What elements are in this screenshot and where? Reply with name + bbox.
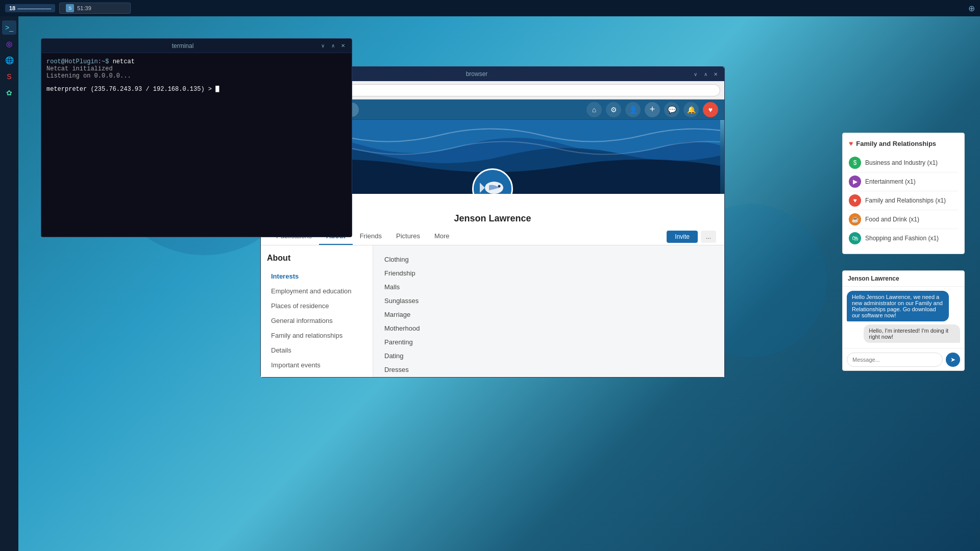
business-icon: $ <box>849 157 861 169</box>
shopping-icon: 🛍 <box>849 232 861 244</box>
fishbook-nav-icons: ⌂ ⚙ 👤 + 💬 🔔 ♥ <box>586 102 718 117</box>
app2-icon: ✿ <box>6 89 12 97</box>
profile-avatar <box>472 168 513 194</box>
more-options-button[interactable]: ... <box>701 231 716 243</box>
globe-icon: 🌐 <box>5 56 14 64</box>
sidebar-item-app1[interactable]: S <box>2 69 16 84</box>
chat-send-button[interactable]: ➤ <box>946 353 960 367</box>
entertainment-icon: ▶ <box>849 176 861 188</box>
terminal-output-2: Listening on 0.0.0.0... <box>46 72 347 80</box>
taskbar-app-icon[interactable]: S 51:39 <box>59 3 131 14</box>
category-shopping[interactable]: 🛍 Shopping and Fashion (x1) <box>849 229 958 247</box>
about-main: Clothing Friendship Malls Sunglasses Mar… <box>373 245 724 377</box>
about-nav-general[interactable]: General informations <box>267 313 366 328</box>
food-icon: ☕ <box>849 213 861 226</box>
send-icon: ➤ <box>950 356 955 363</box>
interest-malls[interactable]: Malls <box>381 281 716 293</box>
category-family[interactable]: ♥ Family and Relationships (x1) <box>849 191 958 210</box>
terminal-line-2: meterpreter (235.76.243.93 / 192.168.0.1… <box>46 86 347 93</box>
terminal-prompt-2: meterpreter (235.76.243.93 / 192.168.0.1… <box>46 86 212 93</box>
category-business-label: Business and Industry (x1) <box>865 159 938 166</box>
about-nav-events[interactable]: Important events <box>267 358 366 372</box>
category-food-label: Food and Drink (x1) <box>865 216 919 223</box>
chat-panel: Jenson Lawrence Hello Jenson Lawrence, w… <box>842 270 965 371</box>
chat-messages: Hello Jenson Lawrence, we need a new adm… <box>843 287 964 348</box>
fishbook-add-icon[interactable]: + <box>645 102 660 117</box>
interests-panel: ♥ Family and Relationships $ Business an… <box>842 133 965 254</box>
about-content: About Interests Employment and education… <box>261 245 724 377</box>
sidebar-item-globe[interactable]: 🌐 <box>2 53 16 67</box>
taskbar: 18 —————— S 51:39 ⊕ <box>0 0 980 16</box>
about-nav-places[interactable]: Places of residence <box>267 298 366 313</box>
browser-maximize-btn[interactable]: ∧ <box>702 70 709 78</box>
terminal-prompt-1: root@HotPlugin:~$ <box>46 58 109 65</box>
browser-close-btn[interactable]: ✕ <box>712 70 719 78</box>
terminal-line-1: root@HotPlugin:~$ netcat <box>46 58 347 65</box>
chat-input-area: ➤ <box>843 348 964 370</box>
browser-controls: ∨ ∧ ✕ <box>692 70 719 78</box>
fishbook-bell-icon[interactable]: 🔔 <box>683 102 699 117</box>
about-nav-family[interactable]: Family and relationships <box>267 328 366 343</box>
sidebar-item-discord[interactable]: ◎ <box>2 37 16 51</box>
terminal-cursor: █ <box>215 86 219 93</box>
about-nav-details[interactable]: Details <box>267 343 366 358</box>
fishbook-home-icon[interactable]: ⌂ <box>586 102 602 117</box>
discord-icon: ◎ <box>6 40 12 48</box>
avatar <box>472 168 513 194</box>
category-entertainment[interactable]: ▶ Entertainment (x1) <box>849 172 958 191</box>
taskbar-time: 51:39 <box>77 5 91 11</box>
terminal-close-btn[interactable]: ✕ <box>339 42 347 49</box>
svg-point-5 <box>498 185 501 188</box>
category-food[interactable]: ☕ Food and Drink (x1) <box>849 210 958 229</box>
terminal-maximize-btn[interactable]: ∧ <box>329 42 336 49</box>
terminal-output-1: Netcat initialized <box>46 65 347 72</box>
about-nav-employment[interactable]: Employment and education <box>267 284 366 298</box>
chat-message-received: Hello Jenson Lawrence, we need a new adm… <box>847 291 949 321</box>
interest-dating[interactable]: Dating <box>381 350 716 362</box>
terminal-title: terminal <box>46 42 319 49</box>
interest-clothing[interactable]: Clothing <box>381 254 716 265</box>
invite-button[interactable]: Invite <box>667 231 698 243</box>
badge-number: 18 <box>9 5 15 11</box>
tab-more[interactable]: More <box>427 228 457 245</box>
about-nav-interests[interactable]: Interests <box>267 269 366 284</box>
family-icon: ♥ <box>849 194 861 207</box>
category-family-label: Family and Relationships (x1) <box>865 197 946 204</box>
fishbook-games-icon[interactable]: ⚙ <box>606 102 621 117</box>
interest-dresses[interactable]: Dresses <box>381 364 716 375</box>
interest-sunglasses[interactable]: Sunglasses <box>381 295 716 307</box>
sidebar-item-terminal[interactable]: >_ <box>2 20 16 35</box>
interest-motherhood[interactable]: Motherhood <box>381 322 716 334</box>
category-entertainment-label: Entertainment (x1) <box>865 178 916 185</box>
terminal-icon: >_ <box>5 23 13 32</box>
about-sidebar: About Interests Employment and education… <box>261 245 373 377</box>
taskbar-badge: 18 —————— <box>5 4 55 12</box>
terminal-body: root@HotPlugin:~$ netcat Netcat initiali… <box>41 53 352 237</box>
interests-panel-label: Family and Relationships <box>856 140 936 147</box>
terminal-titlebar: terminal ∨ ∧ ✕ <box>41 39 352 53</box>
category-shopping-label: Shopping and Fashion (x1) <box>865 235 939 242</box>
fishbook-people-icon[interactable]: 👤 <box>625 102 641 117</box>
wifi-icon: ⊕ <box>968 4 975 13</box>
app1-icon: S <box>7 72 11 81</box>
about-heading: About <box>267 254 366 263</box>
interest-friendship[interactable]: Friendship <box>381 267 716 279</box>
badge-bar: —————— <box>17 5 51 11</box>
shield-icon: S <box>66 4 74 12</box>
sidebar-item-app2[interactable]: ✿ <box>2 86 16 100</box>
tab-friends[interactable]: Friends <box>353 228 389 245</box>
interests-list: Clothing Friendship Malls Sunglasses Mar… <box>381 254 716 377</box>
browser-minimize-btn[interactable]: ∨ <box>692 70 699 78</box>
terminal-minimize-btn[interactable]: ∨ <box>319 42 326 49</box>
chat-message-sent: Hello, I'm interested! I'm doing it righ… <box>864 324 960 343</box>
fishbook-heart-icon[interactable]: ♥ <box>703 102 718 117</box>
chat-input[interactable] <box>847 353 943 367</box>
terminal-cmd-1: netcat <box>113 58 135 65</box>
tab-pictures[interactable]: Pictures <box>389 228 427 245</box>
chat-header: Jenson Lawrence <box>843 271 964 287</box>
fishbook-chat-icon[interactable]: 💬 <box>664 102 679 117</box>
interest-marriage[interactable]: Marriage <box>381 309 716 320</box>
terminal-controls: ∨ ∧ ✕ <box>319 42 347 49</box>
interest-parenting[interactable]: Parenting <box>381 336 716 348</box>
category-business[interactable]: $ Business and Industry (x1) <box>849 154 958 172</box>
